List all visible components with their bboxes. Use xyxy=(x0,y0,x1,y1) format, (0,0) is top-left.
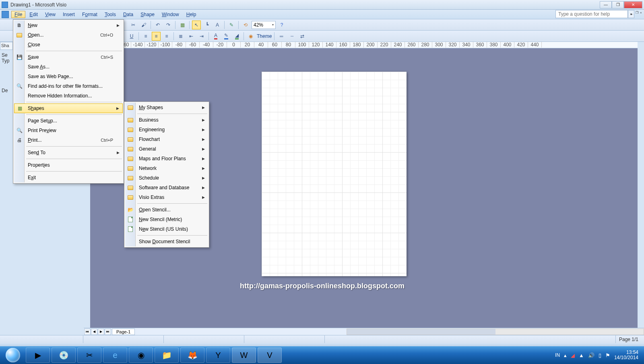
tray-clock[interactable]: 13:54 14/10/2014 xyxy=(614,350,638,360)
file-open[interactable]: Open...Ctrl+O xyxy=(14,30,123,40)
theme-icon[interactable]: ◉ xyxy=(246,32,255,41)
align-right-button[interactable]: ≡ xyxy=(162,32,171,41)
fill-color-button[interactable]: ◢ xyxy=(232,32,241,41)
help-button[interactable]: ? xyxy=(277,21,286,29)
underline-button[interactable]: U xyxy=(127,32,136,41)
prev-page-button[interactable]: ◀ xyxy=(91,329,97,335)
zoom-combo[interactable]: 42%▾ xyxy=(252,21,276,29)
theme-label[interactable]: Theme xyxy=(257,33,272,39)
first-page-button[interactable]: ⏮ xyxy=(84,329,91,335)
file-save-as[interactable]: Save As... xyxy=(14,62,123,72)
start-button[interactable] xyxy=(2,347,24,363)
line-pattern-button[interactable]: ┄ xyxy=(287,32,296,41)
shapes-general[interactable]: General▶ xyxy=(125,144,208,154)
connector-tool[interactable]: ┗ xyxy=(202,21,211,29)
mdi-restore[interactable]: ❐ xyxy=(636,11,640,15)
tray-avira-icon[interactable]: ◢ xyxy=(571,352,575,358)
task-chrome[interactable]: ◉ xyxy=(129,347,153,363)
align-left-button[interactable]: ≡ xyxy=(141,32,150,41)
shapes-new-stencil-us[interactable]: New Stencil (US Units) xyxy=(125,224,208,234)
close-button[interactable]: ✕ xyxy=(624,1,642,8)
menu-tools[interactable]: Tools xyxy=(101,11,119,18)
file-save-web[interactable]: Save as Web Page... xyxy=(14,72,123,81)
tray-network-icon[interactable]: ▲ xyxy=(579,352,584,358)
decrease-indent-button[interactable]: ⇤ xyxy=(187,32,196,41)
task-visio[interactable]: V xyxy=(258,347,282,363)
tray-chevron-icon[interactable]: ▴ xyxy=(564,352,567,358)
ink-tool[interactable]: ✎ xyxy=(227,21,236,29)
align-center-button[interactable]: ≡ xyxy=(152,32,161,41)
pointer-tool[interactable]: ↖ xyxy=(192,21,201,29)
minimize-button[interactable]: — xyxy=(600,1,612,8)
tray-battery-icon[interactable]: ▯ xyxy=(599,352,601,358)
increase-indent-button[interactable]: ⇥ xyxy=(197,32,206,41)
rotate-tool[interactable]: ⟲ xyxy=(241,21,250,29)
task-yahoo[interactable]: Y xyxy=(206,347,230,363)
task-disc[interactable]: 💿 xyxy=(52,347,76,363)
file-shapes[interactable]: ▦Shapes▶ xyxy=(14,103,123,113)
menu-view[interactable]: View xyxy=(42,11,59,18)
mdi-minimize[interactable]: _ xyxy=(631,11,635,15)
shapes-panel-tab[interactable]: Sha xyxy=(0,42,13,50)
file-properties[interactable]: Properties xyxy=(14,160,123,170)
shapes-business[interactable]: Business▶ xyxy=(125,115,208,125)
shapes-show-doc-stencil[interactable]: Show Document Stencil xyxy=(125,237,208,246)
tray-flag-icon[interactable]: ⚑ xyxy=(605,352,610,358)
menu-format[interactable]: Format xyxy=(79,11,101,18)
shapes-button[interactable]: ▦ xyxy=(178,21,187,29)
tray-volume-icon[interactable]: 🔊 xyxy=(588,352,594,358)
menu-insert[interactable]: Insert xyxy=(60,11,78,18)
file-page-setup[interactable]: Page Setup... xyxy=(14,116,123,126)
file-print-preview[interactable]: 🔍Print Preview xyxy=(14,126,123,135)
shapes-new-stencil-metric[interactable]: New Stencil (Metric) xyxy=(125,215,208,224)
system-menu-icon[interactable] xyxy=(2,11,9,18)
menu-edit[interactable]: Edit xyxy=(26,11,41,18)
shapes-open-stencil[interactable]: 📂Open Stencil... xyxy=(125,205,208,215)
menu-help[interactable]: Help xyxy=(183,11,200,18)
task-media-player[interactable]: ▶ xyxy=(26,347,50,363)
redo-button[interactable]: ↷ xyxy=(164,21,173,29)
file-exit[interactable]: Exit xyxy=(14,173,123,182)
tray-lang[interactable]: IN xyxy=(555,352,560,358)
maximize-button[interactable]: ❐ xyxy=(612,1,624,8)
drawing-page[interactable] xyxy=(262,72,407,276)
file-save[interactable]: 💾SaveCtrl+S xyxy=(14,52,123,62)
text-tool[interactable]: A xyxy=(213,21,222,29)
task-explorer[interactable]: 📁 xyxy=(155,347,179,363)
last-page-button[interactable]: ⏭ xyxy=(105,329,111,335)
page-tab-1[interactable]: Page-1 xyxy=(112,329,135,335)
shapes-network[interactable]: Network▶ xyxy=(125,163,208,173)
shapes-my-shapes[interactable]: My Shapes▶ xyxy=(125,103,208,112)
file-find-addins[interactable]: 🔍Find add-ins for other file formats... xyxy=(14,81,123,91)
shapes-visio-extras[interactable]: Visio Extras▶ xyxy=(125,192,208,202)
cut-button[interactable]: ✂ xyxy=(129,21,138,29)
horizontal-scrollbar[interactable] xyxy=(347,329,644,335)
font-color-button[interactable]: A xyxy=(211,32,220,41)
format-painter-button[interactable]: 🖌 xyxy=(139,21,148,29)
undo-button[interactable]: ↶ xyxy=(153,21,162,29)
help-search-input[interactable] xyxy=(555,10,628,18)
shapes-engineering[interactable]: Engineering▶ xyxy=(125,125,208,134)
shapes-maps[interactable]: Maps and Floor Plans▶ xyxy=(125,154,208,163)
shapes-schedule[interactable]: Schedule▶ xyxy=(125,173,208,183)
line-color-button[interactable]: ✎ xyxy=(222,32,231,41)
file-close[interactable]: Close xyxy=(14,40,123,50)
file-print[interactable]: 🖨Print...Ctrl+P xyxy=(14,135,123,145)
task-ie[interactable]: e xyxy=(103,347,127,363)
menu-data[interactable]: Data xyxy=(120,11,136,18)
menu-shape[interactable]: Shape xyxy=(137,11,158,18)
file-new[interactable]: 🗎New▶ xyxy=(14,21,123,30)
shapes-flowchart[interactable]: Flowchart▶ xyxy=(125,134,208,144)
task-snip[interactable]: ✂ xyxy=(77,347,101,363)
task-word[interactable]: W xyxy=(232,347,256,363)
next-page-button[interactable]: ▶ xyxy=(98,329,104,335)
menu-window[interactable]: Window xyxy=(159,11,182,18)
mdi-close[interactable]: × xyxy=(640,11,644,15)
line-weight-button[interactable]: ═ xyxy=(277,32,286,41)
task-firefox[interactable]: 🦊 xyxy=(180,347,204,363)
file-remove-hidden[interactable]: Remove Hidden Information... xyxy=(14,91,123,101)
bullets-button[interactable]: ≣ xyxy=(176,32,185,41)
shapes-software[interactable]: Software and Database▶ xyxy=(125,183,208,192)
line-ends-button[interactable]: ⇄ xyxy=(298,32,307,41)
menu-file[interactable]: File xyxy=(11,11,25,18)
